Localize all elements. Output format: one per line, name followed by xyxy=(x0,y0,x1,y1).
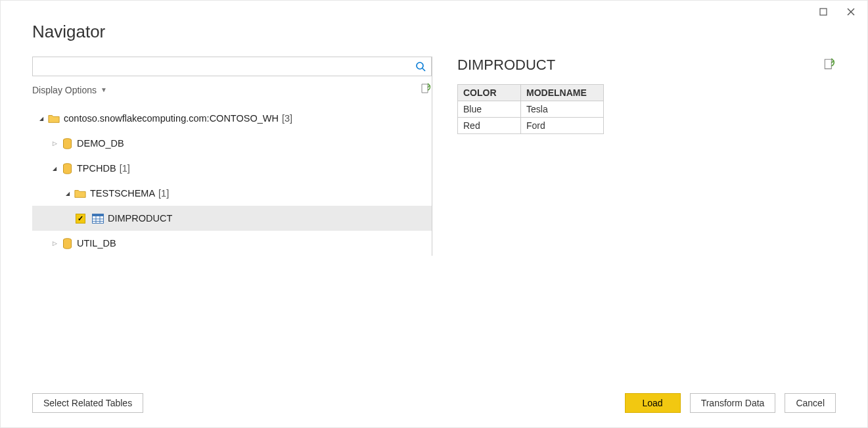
display-options-label: Display Options xyxy=(32,85,97,95)
preview-pane: DIMPRODUCT COLOR MODELNAME Blue Tesla Re… xyxy=(432,57,836,256)
tree-node-label: TPCHDB xyxy=(77,163,116,174)
expand-arrow-icon[interactable] xyxy=(64,191,72,197)
expand-arrow-icon[interactable] xyxy=(51,166,58,172)
cell-model: Tesla xyxy=(521,101,604,118)
tree-node-demo-db[interactable]: DEMO_DB xyxy=(32,131,432,156)
page-title: Navigator xyxy=(1,16,867,57)
expand-arrow-icon[interactable] xyxy=(51,140,58,147)
tree-node-count: [1] xyxy=(120,163,130,174)
database-icon xyxy=(61,137,73,149)
checkbox[interactable] xyxy=(76,214,85,224)
search-icon xyxy=(415,61,426,72)
select-related-tables-button[interactable]: Select Related Tables xyxy=(32,393,143,413)
expand-arrow-icon[interactable] xyxy=(37,116,45,122)
tree-node-label: contoso.snowflakecomputing.com:CONTOSO_W… xyxy=(64,113,279,124)
tree-node-count: [1] xyxy=(158,188,169,199)
folder-icon xyxy=(74,187,86,199)
search-box xyxy=(32,57,432,76)
database-icon xyxy=(61,237,73,249)
svg-point-3 xyxy=(417,62,423,69)
folder-icon xyxy=(48,112,60,124)
refresh-icon xyxy=(420,83,432,95)
table-row[interactable]: Blue Tesla xyxy=(458,101,604,118)
tree-node-label: DEMO_DB xyxy=(77,138,124,149)
search-button[interactable] xyxy=(410,57,431,76)
navigator-tree: contoso.snowflakecomputing.com:CONTOSO_W… xyxy=(32,106,432,256)
cell-color: Red xyxy=(458,118,521,134)
load-button[interactable]: Load xyxy=(625,393,681,413)
tree-node-testschema[interactable]: TESTSCHEMA [1] xyxy=(32,181,432,206)
refresh-icon xyxy=(823,58,836,71)
tree-node-connection[interactable]: contoso.snowflakecomputing.com:CONTOSO_W… xyxy=(32,106,432,131)
refresh-tree-button[interactable] xyxy=(420,83,432,97)
tree-node-label: UTIL_DB xyxy=(77,238,116,249)
footer: Select Related Tables Load Transform Dat… xyxy=(32,393,836,413)
database-icon xyxy=(61,162,73,174)
table-icon xyxy=(92,212,104,224)
maximize-button[interactable] xyxy=(819,7,828,16)
svg-rect-8 xyxy=(93,214,104,216)
preview-title: DIMPRODUCT xyxy=(457,57,555,74)
tree-node-label: DIMPRODUCT xyxy=(108,213,172,224)
cell-color: Blue xyxy=(458,101,521,118)
cancel-button[interactable]: Cancel xyxy=(785,393,836,413)
transform-data-button[interactable]: Transform Data xyxy=(690,393,776,413)
tree-node-dimproduct[interactable]: DIMPRODUCT xyxy=(32,206,432,231)
display-options-dropdown[interactable]: Display Options ▼ xyxy=(32,85,107,95)
tree-node-tpchdb[interactable]: TPCHDB [1] xyxy=(32,156,432,181)
tree-node-util-db[interactable]: UTIL_DB xyxy=(32,231,432,256)
chevron-down-icon: ▼ xyxy=(101,86,107,93)
search-input[interactable] xyxy=(33,57,410,76)
column-header-color[interactable]: COLOR xyxy=(458,85,521,101)
tree-node-count: [3] xyxy=(282,113,292,124)
expand-arrow-icon[interactable] xyxy=(51,240,58,247)
close-button[interactable] xyxy=(846,7,856,16)
column-header-modelname[interactable]: MODELNAME xyxy=(521,85,604,101)
tree-node-label: TESTSCHEMA xyxy=(90,188,155,199)
svg-line-4 xyxy=(423,68,425,71)
preview-table: COLOR MODELNAME Blue Tesla Red Ford xyxy=(457,84,604,134)
table-row[interactable]: Red Ford xyxy=(458,118,604,134)
cell-model: Ford xyxy=(521,118,604,134)
refresh-preview-button[interactable] xyxy=(823,58,836,73)
navigator-left-pane: Display Options ▼ contoso.snowflakecompu… xyxy=(32,57,432,256)
svg-rect-0 xyxy=(820,9,827,15)
